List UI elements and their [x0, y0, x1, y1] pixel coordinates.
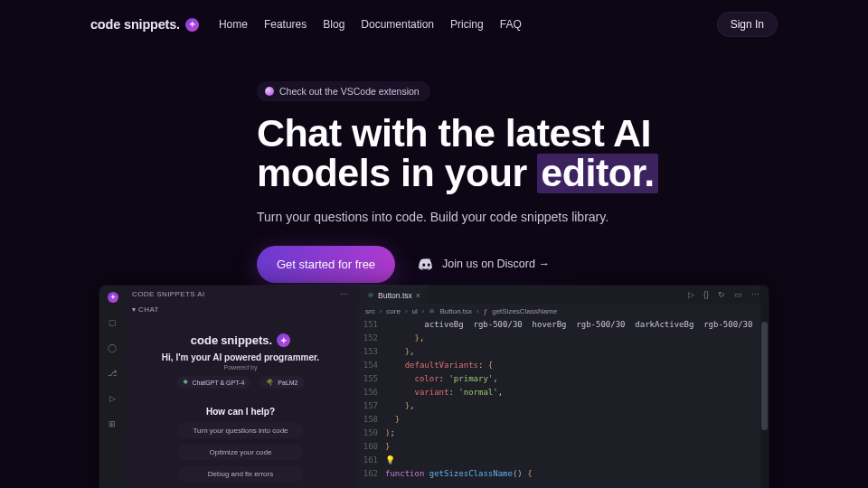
tabbar: ⚛ Button.tsx × ▷ {} ↻ ▭ ⋯	[356, 286, 769, 304]
model-pills: ❖ChatGPT & GPT-4 🌴PaLM2	[132, 376, 349, 389]
sidebar-title: CODE SNIPPETS AI	[132, 290, 205, 298]
editor-actions: ▷ {} ↻ ▭ ⋯	[688, 290, 765, 299]
extensions-icon[interactable]: ⊞	[106, 418, 118, 430]
model-pill-gpt[interactable]: ❖ChatGPT & GPT-4	[176, 376, 250, 389]
sidebar-logo: codesnippets. ✦	[132, 333, 349, 347]
editor-tab[interactable]: ⚛ Button.tsx ×	[360, 286, 428, 304]
line-gutter: 151152153154155156157158159160161162	[356, 318, 385, 488]
sidebar-greeting: Hi, I'm your AI powered programmer.	[132, 352, 349, 362]
logo-text-bold: snippets.	[124, 17, 180, 32]
nav-link-home[interactable]: Home	[219, 18, 248, 31]
discord-icon	[419, 258, 434, 270]
logo-badge-icon: ✦	[185, 18, 199, 32]
subtitle: Turn your questions into code. Build you…	[257, 210, 868, 224]
suggestion-2[interactable]: Optimize your code	[177, 445, 304, 460]
headline-line-2-prefix: models in your	[257, 151, 537, 194]
braces-icon[interactable]: {}	[703, 290, 709, 299]
more-icon[interactable]: ⋯	[751, 290, 760, 299]
refresh-icon[interactable]: ↻	[718, 290, 725, 299]
run-icon[interactable]: ▷	[106, 392, 118, 405]
signin-button[interactable]: Sign In	[717, 12, 778, 37]
source-control-icon[interactable]: ⎇	[106, 367, 118, 380]
logo[interactable]: codesnippets. ✦	[90, 17, 199, 32]
files-icon[interactable]: ▢	[106, 316, 118, 329]
code-area[interactable]: 151152153154155156157158159160161162 act…	[356, 318, 769, 488]
code-content: activeBg rgb-500/30 hoverBg rgb-500/30 d…	[385, 318, 769, 488]
nav-link-features[interactable]: Features	[264, 18, 307, 31]
model-pill-palm[interactable]: 🌴PaLM2	[259, 376, 304, 389]
scrollbar-track[interactable]	[760, 286, 769, 488]
headline: Chat with the latest AI models in your e…	[257, 114, 868, 193]
headline-line-1: Chat with the latest AI	[257, 111, 651, 155]
editor: ⚛ Button.tsx × ▷ {} ↻ ▭ ⋯ src› core› ui›…	[356, 286, 769, 488]
hero: Check out the VSCode extension Chat with…	[0, 36, 868, 283]
cta-row: Get started for free Join us on Discord …	[257, 246, 868, 283]
help-title: How can I help?	[132, 407, 349, 417]
nav-link-blog[interactable]: Blog	[323, 18, 344, 31]
sparkle-icon	[265, 87, 274, 96]
logo-badge-icon: ✦	[277, 333, 290, 347]
navbar: codesnippets. ✦ Home Features Blog Docum…	[0, 0, 868, 36]
nav-links: Home Features Blog Documentation Pricing…	[219, 18, 522, 31]
scrollbar-thumb[interactable]	[761, 322, 768, 430]
tab-name: Button.tsx	[378, 291, 412, 300]
nav-link-pricing[interactable]: Pricing	[450, 18, 484, 31]
tsx-file-icon: ⚛	[429, 307, 435, 315]
logo-text-prefix: code	[90, 17, 120, 32]
get-started-button[interactable]: Get started for free	[257, 246, 395, 283]
headline-highlight: editor.	[537, 154, 658, 193]
announcement-text: Check out the VSCode extension	[279, 86, 420, 97]
activity-bar: ✦ ▢ ◯ ⎇ ▷ ⊞	[99, 286, 125, 488]
app-preview: ✦ ▢ ◯ ⎇ ▷ ⊞ CODE SNIPPETS AI ··· ▾ CHAT …	[99, 286, 769, 488]
chat-section-header[interactable]: ▾ CHAT	[132, 305, 349, 314]
close-icon[interactable]: ×	[416, 291, 420, 300]
breadcrumb[interactable]: src› core› ui› ⚛ Button.tsx› ƒ getSizesC…	[356, 304, 769, 318]
play-icon[interactable]: ▷	[688, 290, 694, 299]
discord-link[interactable]: Join us on Discord →	[419, 258, 550, 270]
discord-link-text: Join us on Discord →	[442, 258, 550, 270]
search-icon[interactable]: ◯	[106, 342, 118, 354]
nav-link-documentation[interactable]: Documentation	[361, 18, 434, 31]
function-icon: ƒ	[484, 307, 487, 315]
suggestion-1[interactable]: Turn your questions into code	[177, 423, 304, 438]
split-icon[interactable]: ▭	[734, 290, 742, 299]
nav-link-faq[interactable]: FAQ	[500, 18, 522, 31]
sidebar-more-icon[interactable]: ···	[340, 290, 349, 298]
announcement-pill[interactable]: Check out the VSCode extension	[257, 81, 430, 101]
powered-by-label: Powered by	[132, 364, 349, 371]
suggestion-3[interactable]: Debug and fix errors	[177, 466, 304, 482]
extension-icon[interactable]: ✦	[106, 291, 118, 304]
tsx-file-icon: ⚛	[367, 291, 374, 300]
chat-sidebar: CODE SNIPPETS AI ··· ▾ CHAT codesnippets…	[125, 286, 356, 488]
